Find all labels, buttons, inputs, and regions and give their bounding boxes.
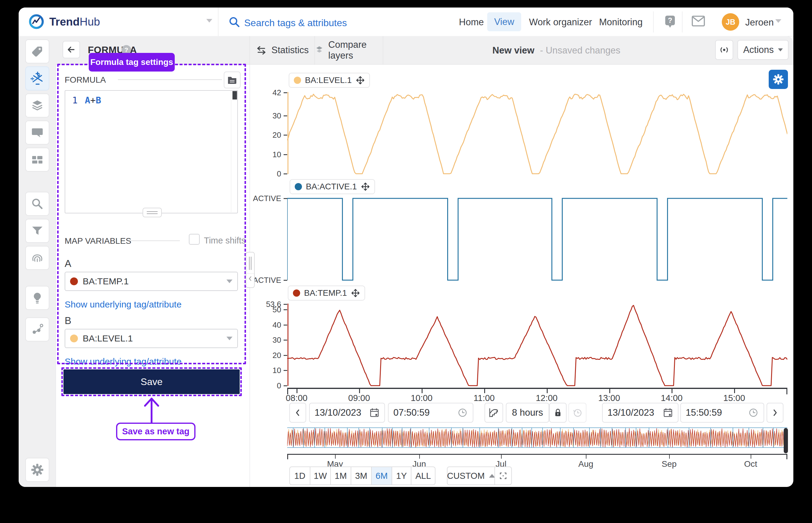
save-button[interactable]: Save xyxy=(64,369,240,394)
variable-b-value: BA:LEVEL.1 xyxy=(83,333,133,344)
y-tick xyxy=(284,325,287,326)
legend-ba-active-1[interactable]: BA:ACTIVE.1 xyxy=(289,179,375,194)
lock-duration-button[interactable] xyxy=(549,403,567,422)
sidebar-item-formula[interactable] xyxy=(25,67,49,90)
gear-icon xyxy=(31,463,44,476)
sidebar-item-recommendations[interactable] xyxy=(25,286,49,310)
y-tick-label: ACTIVE xyxy=(236,194,281,203)
nav-home[interactable]: Home xyxy=(459,17,484,28)
range-all[interactable]: ALL xyxy=(411,467,436,485)
x-axis-label: 11:00 xyxy=(466,393,502,403)
context-overview-chart[interactable] xyxy=(287,426,787,450)
search-input[interactable]: Search tags & attributes xyxy=(244,17,347,29)
topbar-divider xyxy=(218,7,218,36)
sidebar-item-ml[interactable] xyxy=(25,318,49,341)
legend-ba-level-1[interactable]: BA:LEVEL.1 xyxy=(289,73,370,88)
user-chevron-down-icon[interactable] xyxy=(775,19,781,23)
broadcast-button[interactable] xyxy=(715,40,733,60)
y-tick-label: 0 xyxy=(236,381,281,390)
code-operator: + xyxy=(90,95,95,106)
range-1w[interactable]: 1W xyxy=(310,467,331,485)
trend-plot-ba-level-1[interactable] xyxy=(287,84,787,176)
sidebar-item-layout[interactable] xyxy=(25,148,49,172)
sidebar-item-filter[interactable] xyxy=(25,219,49,243)
duration-field[interactable]: 8 hours xyxy=(506,403,549,422)
avatar[interactable]: JB xyxy=(722,13,739,31)
nav-view[interactable]: View xyxy=(487,12,521,31)
interpolation-icon xyxy=(488,407,500,419)
trend-plot-ba-active-1[interactable] xyxy=(287,197,787,283)
pan-right-button[interactable] xyxy=(766,403,783,422)
variable-b-dropdown[interactable]: BA:LEVEL.1 xyxy=(65,329,238,348)
sidebar-item-tags[interactable] xyxy=(25,39,49,64)
custom-range-button[interactable]: CUSTOM xyxy=(447,467,495,485)
x-tick-edge xyxy=(287,389,288,394)
end-time-field[interactable]: 15:50:59 xyxy=(680,403,764,422)
statistics-button[interactable]: Statistics xyxy=(250,36,315,64)
start-time-field[interactable]: 07:50:59 xyxy=(388,403,473,422)
range-1y[interactable]: 1Y xyxy=(392,467,411,485)
expand-icon xyxy=(499,471,508,480)
y-tick xyxy=(284,174,287,174)
y-tick xyxy=(284,92,287,93)
trend-plot-ba-temp-1[interactable] xyxy=(287,295,787,387)
back-button[interactable] xyxy=(63,41,80,58)
move-icon[interactable] xyxy=(361,182,370,191)
range-6m[interactable]: 6M xyxy=(371,467,392,485)
fingerprint-icon xyxy=(31,251,44,265)
editor-code[interactable]: A+B xyxy=(85,95,101,106)
y-tick-label: 30 xyxy=(236,111,281,120)
sidebar-item-fingerprint[interactable] xyxy=(25,246,49,270)
focus-range-button[interactable] xyxy=(494,467,512,485)
editor-scrollbar-track xyxy=(231,91,231,212)
formula-editor[interactable] xyxy=(65,90,238,213)
end-date-field[interactable]: 13/10/2023 xyxy=(602,403,678,422)
arrow-left-icon xyxy=(65,43,77,56)
move-icon[interactable] xyxy=(356,76,365,85)
panel-collapse-handle[interactable] xyxy=(246,252,255,288)
range-1d[interactable]: 1D xyxy=(289,467,311,485)
time-shifts-checkbox[interactable] xyxy=(189,234,200,245)
tag-icon xyxy=(31,45,44,58)
y-tick xyxy=(284,115,287,116)
chevron-left-icon xyxy=(295,409,301,417)
context-scroll-handle[interactable] xyxy=(784,428,788,453)
range-1m[interactable]: 1M xyxy=(330,467,351,485)
chart-settings-button[interactable] xyxy=(769,70,788,89)
range-3m[interactable]: 3M xyxy=(351,467,372,485)
actions-button[interactable]: Actions xyxy=(737,40,789,60)
y-tick-label: 20 xyxy=(236,351,281,360)
x-axis-label: 13:00 xyxy=(591,393,627,403)
start-date-field[interactable]: 13/10/2023 xyxy=(309,403,385,422)
brand-rest: Hub xyxy=(80,16,100,28)
show-underlying-link-b[interactable]: Show underlying tag/attribute xyxy=(65,357,182,367)
pan-left-button[interactable] xyxy=(289,403,306,422)
help-icon[interactable]: ? xyxy=(663,14,677,30)
mail-icon[interactable] xyxy=(691,15,706,28)
formula-library-button[interactable] xyxy=(224,72,241,88)
layers-icon xyxy=(31,99,44,112)
show-underlying-link-a[interactable]: Show underlying tag/attribute xyxy=(65,300,182,310)
restore-time-button[interactable] xyxy=(568,403,586,422)
editor-resize-handle[interactable] xyxy=(143,208,162,217)
sidebar-item-comments[interactable] xyxy=(25,121,49,145)
gear-icon xyxy=(772,73,784,85)
month-tick xyxy=(419,455,420,459)
sidebar-item-settings[interactable] xyxy=(25,458,49,482)
user-name[interactable]: Jeroen xyxy=(745,17,774,28)
compare-layers-button[interactable]: Compare layers xyxy=(315,36,383,64)
code-var-a: A xyxy=(85,95,90,106)
legend-ba-temp-1[interactable]: BA:TEMP.1 xyxy=(288,286,365,301)
calendar-icon xyxy=(663,407,673,418)
y-tick-label: 10 xyxy=(236,150,281,159)
variable-a-dropdown[interactable]: BA:TEMP.1 xyxy=(65,272,238,291)
sidebar-item-layers[interactable] xyxy=(25,93,49,118)
trendhub-logo[interactable] xyxy=(29,14,44,30)
sidebar-item-search[interactable] xyxy=(25,192,49,216)
brand-chevron-down-icon[interactable] xyxy=(206,19,212,22)
interpolation-button[interactable] xyxy=(484,403,503,422)
nav-work-organizer[interactable]: Work organizer xyxy=(529,17,592,28)
code-var-b: B xyxy=(95,95,101,106)
move-icon[interactable] xyxy=(351,289,360,297)
nav-monitoring[interactable]: Monitoring xyxy=(599,17,643,28)
